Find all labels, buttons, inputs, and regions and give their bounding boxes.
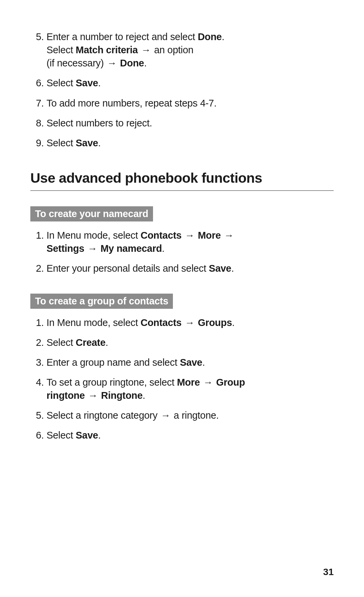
top-list: 5.Enter a number to reject and select Do… <box>30 30 334 150</box>
bold-text: Ringtone <box>101 390 143 401</box>
list-item-number: 1. <box>30 316 47 329</box>
list-item-body: Select a ringtone category → a ringtone. <box>47 409 334 422</box>
arrow-icon: → <box>223 230 235 241</box>
bold-text: Save <box>209 263 232 274</box>
manual-page: 5.Enter a number to reject and select Do… <box>0 0 364 597</box>
arrow-icon: → <box>184 230 195 241</box>
list-item: 2.Select Create. <box>30 336 334 349</box>
bold-text: More <box>198 230 221 241</box>
list-item-body: In Menu mode, select Contacts → Groups. <box>47 316 334 329</box>
section-title: Use advanced phonebook functions <box>30 170 334 186</box>
list-item-number: 8. <box>30 117 47 130</box>
namecard-list: 1.In Menu mode, select Contacts → More →… <box>30 229 334 275</box>
bold-text: Groups <box>198 317 232 328</box>
list-item-body: In Menu mode, select Contacts → More →Se… <box>47 229 334 255</box>
arrow-icon: → <box>87 243 98 254</box>
arrow-icon: → <box>160 410 171 421</box>
page-number: 31 <box>323 567 334 577</box>
list-item: 2.Enter your personal details and select… <box>30 262 334 275</box>
bold-text: Match criteria <box>76 44 138 55</box>
group-contacts-list: 1.In Menu mode, select Contacts → Groups… <box>30 316 334 442</box>
bold-text: Create <box>76 337 105 348</box>
list-item: 9.Select Save. <box>30 137 334 150</box>
list-item: 3.Enter a group name and select Save. <box>30 356 334 369</box>
list-item-number: 2. <box>30 262 47 275</box>
subheader-group-contacts: To create a group of contacts <box>30 294 173 309</box>
list-item: 1.In Menu mode, select Contacts → More →… <box>30 229 334 255</box>
arrow-icon: → <box>203 377 214 388</box>
bold-text: Save <box>76 138 98 148</box>
list-item-body: Select Save. <box>47 77 334 90</box>
subsection-namecard: To create your namecard 1.In Menu mode, … <box>30 200 334 275</box>
list-item-body: Enter your personal details and select S… <box>47 262 334 275</box>
list-item-number: 5. <box>30 30 47 70</box>
list-item: 6.Select Save. <box>30 77 334 90</box>
bold-text: Settings <box>47 243 84 254</box>
bold-text: Done <box>198 31 222 42</box>
bold-text: Save <box>76 430 98 441</box>
list-item-number: 6. <box>30 77 47 90</box>
arrow-icon: → <box>184 317 195 328</box>
bold-text: Done <box>120 58 144 68</box>
bold-text: More <box>177 377 200 388</box>
list-item: 5.Enter a number to reject and select Do… <box>30 30 334 70</box>
arrow-icon: → <box>87 390 98 401</box>
list-item: 7.To add more numbers, repeat steps 4-7. <box>30 97 334 110</box>
list-item-number: 4. <box>30 376 47 402</box>
list-item-number: 9. <box>30 137 47 150</box>
list-item-number: 7. <box>30 97 47 110</box>
section-divider <box>30 190 334 191</box>
list-item-number: 3. <box>30 356 47 369</box>
list-item-body: To set a group ringtone, select More → G… <box>47 376 334 402</box>
list-item: 4.To set a group ringtone, select More →… <box>30 376 334 402</box>
bold-text: ringtone <box>47 390 85 401</box>
list-item-body: To add more numbers, repeat steps 4-7. <box>47 97 334 110</box>
arrow-icon: → <box>141 44 152 55</box>
bold-text: My namecard <box>100 243 162 254</box>
list-item-number: 2. <box>30 336 47 349</box>
list-item-body: Enter a number to reject and select Done… <box>47 30 334 70</box>
list-item: 8.Select numbers to reject. <box>30 117 334 130</box>
list-item-body: Select numbers to reject. <box>47 117 334 130</box>
list-item-number: 5. <box>30 409 47 422</box>
list-item-number: 1. <box>30 229 47 255</box>
list-item-number: 6. <box>30 429 47 442</box>
list-item: 5.Select a ringtone category → a rington… <box>30 409 334 422</box>
arrow-icon: → <box>107 58 118 68</box>
list-item-body: Select Create. <box>47 336 334 349</box>
subsection-group-contacts: To create a group of contacts 1.In Menu … <box>30 288 334 442</box>
list-item-body: Select Save. <box>47 429 334 442</box>
bold-text: Save <box>76 78 98 88</box>
bold-text: Group <box>216 377 245 388</box>
list-item-body: Select Save. <box>47 137 334 150</box>
bold-text: Contacts <box>141 230 182 241</box>
bold-text: Save <box>180 357 203 368</box>
list-item: 1.In Menu mode, select Contacts → Groups… <box>30 316 334 329</box>
subheader-namecard: To create your namecard <box>30 206 153 221</box>
list-item-body: Enter a group name and select Save. <box>47 356 334 369</box>
list-item: 6.Select Save. <box>30 429 334 442</box>
bold-text: Contacts <box>141 317 182 328</box>
